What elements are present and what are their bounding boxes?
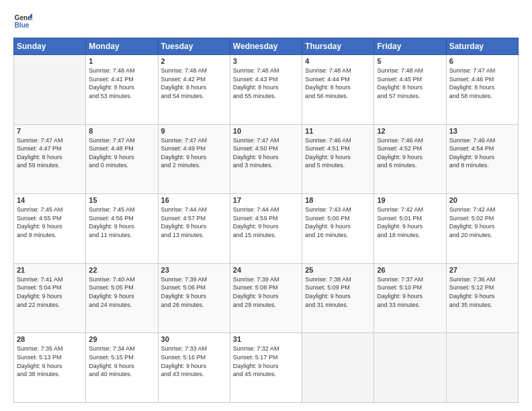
calendar-cell: 25Sunrise: 7:38 AM Sunset: 5:09 PM Dayli… xyxy=(302,263,374,333)
day-info: Sunrise: 7:32 AM Sunset: 5:17 PM Dayligh… xyxy=(233,345,299,378)
day-info: Sunrise: 7:41 AM Sunset: 5:04 PM Dayligh… xyxy=(17,275,83,309)
calendar-week-4: 21Sunrise: 7:41 AM Sunset: 5:04 PM Dayli… xyxy=(14,263,519,333)
calendar-cell: 23Sunrise: 7:39 AM Sunset: 5:06 PM Dayli… xyxy=(158,263,230,333)
day-info: Sunrise: 7:45 AM Sunset: 4:56 PM Dayligh… xyxy=(89,205,154,239)
calendar-cell: 18Sunrise: 7:43 AM Sunset: 5:00 PM Dayli… xyxy=(302,194,374,264)
day-number: 10 xyxy=(233,127,299,135)
header-day-saturday: Saturday xyxy=(446,38,518,55)
day-info: Sunrise: 7:44 AM Sunset: 4:59 PM Dayligh… xyxy=(233,205,299,239)
page: General Blue SundayMondayTuesdayWednesda… xyxy=(0,0,532,411)
calendar-cell: 8Sunrise: 7:47 AM Sunset: 4:48 PM Daylig… xyxy=(86,124,158,194)
header: General Blue xyxy=(13,12,519,31)
day-number: 19 xyxy=(377,196,443,204)
calendar-week-5: 28Sunrise: 7:35 AM Sunset: 5:13 PM Dayli… xyxy=(14,333,519,403)
calendar-cell: 10Sunrise: 7:47 AM Sunset: 4:50 PM Dayli… xyxy=(230,124,302,194)
day-number: 3 xyxy=(233,57,299,65)
day-info: Sunrise: 7:44 AM Sunset: 4:57 PM Dayligh… xyxy=(161,205,227,239)
calendar-cell: 19Sunrise: 7:42 AM Sunset: 5:01 PM Dayli… xyxy=(374,194,446,264)
day-number: 27 xyxy=(449,266,515,274)
day-info: Sunrise: 7:48 AM Sunset: 4:43 PM Dayligh… xyxy=(233,66,299,100)
day-number: 1 xyxy=(89,57,154,65)
calendar-cell: 5Sunrise: 7:48 AM Sunset: 4:45 PM Daylig… xyxy=(374,55,446,125)
day-number: 16 xyxy=(161,196,227,204)
header-day-thursday: Thursday xyxy=(302,38,374,55)
header-day-friday: Friday xyxy=(374,38,446,55)
day-info: Sunrise: 7:37 AM Sunset: 5:10 PM Dayligh… xyxy=(377,275,443,309)
day-number: 23 xyxy=(161,266,227,274)
day-info: Sunrise: 7:47 AM Sunset: 4:47 PM Dayligh… xyxy=(17,136,83,170)
day-number: 28 xyxy=(17,335,83,343)
calendar-week-2: 7Sunrise: 7:47 AM Sunset: 4:47 PM Daylig… xyxy=(14,124,519,194)
calendar-cell: 9Sunrise: 7:47 AM Sunset: 4:49 PM Daylig… xyxy=(158,124,230,194)
day-number: 12 xyxy=(377,127,443,135)
day-info: Sunrise: 7:48 AM Sunset: 4:44 PM Dayligh… xyxy=(305,66,371,100)
header-day-sunday: Sunday xyxy=(14,38,86,55)
calendar-cell: 21Sunrise: 7:41 AM Sunset: 5:04 PM Dayli… xyxy=(14,263,86,333)
calendar-cell: 29Sunrise: 7:34 AM Sunset: 5:15 PM Dayli… xyxy=(86,333,158,403)
day-info: Sunrise: 7:35 AM Sunset: 5:13 PM Dayligh… xyxy=(17,345,83,378)
calendar-cell: 2Sunrise: 7:48 AM Sunset: 4:42 PM Daylig… xyxy=(158,55,230,125)
day-info: Sunrise: 7:42 AM Sunset: 5:01 PM Dayligh… xyxy=(377,205,443,239)
calendar-cell: 24Sunrise: 7:39 AM Sunset: 5:08 PM Dayli… xyxy=(230,263,302,333)
calendar-cell: 28Sunrise: 7:35 AM Sunset: 5:13 PM Dayli… xyxy=(14,333,86,403)
calendar-cell: 27Sunrise: 7:36 AM Sunset: 5:12 PM Dayli… xyxy=(446,263,518,333)
day-number: 25 xyxy=(305,266,371,274)
day-number: 17 xyxy=(233,196,299,204)
day-number: 20 xyxy=(449,196,515,204)
day-info: Sunrise: 7:46 AM Sunset: 4:52 PM Dayligh… xyxy=(377,136,443,170)
day-info: Sunrise: 7:40 AM Sunset: 5:05 PM Dayligh… xyxy=(89,275,154,309)
day-info: Sunrise: 7:33 AM Sunset: 5:16 PM Dayligh… xyxy=(161,345,227,378)
day-number: 14 xyxy=(17,196,83,204)
calendar-cell: 16Sunrise: 7:44 AM Sunset: 4:57 PM Dayli… xyxy=(158,194,230,264)
day-info: Sunrise: 7:34 AM Sunset: 5:15 PM Dayligh… xyxy=(89,345,154,378)
day-info: Sunrise: 7:47 AM Sunset: 4:46 PM Dayligh… xyxy=(449,66,515,100)
calendar-cell xyxy=(446,333,518,403)
day-number: 8 xyxy=(89,127,154,135)
calendar-cell: 12Sunrise: 7:46 AM Sunset: 4:52 PM Dayli… xyxy=(374,124,446,194)
calendar-cell: 3Sunrise: 7:48 AM Sunset: 4:43 PM Daylig… xyxy=(230,55,302,125)
day-number: 4 xyxy=(305,57,371,65)
calendar-cell: 7Sunrise: 7:47 AM Sunset: 4:47 PM Daylig… xyxy=(14,124,86,194)
header-day-monday: Monday xyxy=(86,38,158,55)
day-info: Sunrise: 7:47 AM Sunset: 4:48 PM Dayligh… xyxy=(89,136,154,170)
calendar-cell: 22Sunrise: 7:40 AM Sunset: 5:05 PM Dayli… xyxy=(86,263,158,333)
calendar-header-row: SundayMondayTuesdayWednesdayThursdayFrid… xyxy=(14,38,519,55)
day-number: 15 xyxy=(89,196,154,204)
day-number: 6 xyxy=(449,57,515,65)
day-info: Sunrise: 7:48 AM Sunset: 4:45 PM Dayligh… xyxy=(377,66,443,100)
day-info: Sunrise: 7:43 AM Sunset: 5:00 PM Dayligh… xyxy=(305,205,371,239)
day-info: Sunrise: 7:45 AM Sunset: 4:55 PM Dayligh… xyxy=(17,205,83,239)
day-number: 18 xyxy=(305,196,371,204)
calendar-cell: 1Sunrise: 7:48 AM Sunset: 4:41 PM Daylig… xyxy=(86,55,158,125)
calendar-cell: 14Sunrise: 7:45 AM Sunset: 4:55 PM Dayli… xyxy=(14,194,86,264)
calendar-cell: 13Sunrise: 7:46 AM Sunset: 4:54 PM Dayli… xyxy=(446,124,518,194)
day-info: Sunrise: 7:47 AM Sunset: 4:50 PM Dayligh… xyxy=(233,136,299,170)
day-number: 5 xyxy=(377,57,443,65)
calendar-cell: 31Sunrise: 7:32 AM Sunset: 5:17 PM Dayli… xyxy=(230,333,302,403)
day-info: Sunrise: 7:38 AM Sunset: 5:09 PM Dayligh… xyxy=(305,275,371,309)
calendar-cell xyxy=(14,55,86,125)
calendar-table: SundayMondayTuesdayWednesdayThursdayFrid… xyxy=(13,38,519,403)
logo: General Blue xyxy=(13,12,32,31)
day-info: Sunrise: 7:36 AM Sunset: 5:12 PM Dayligh… xyxy=(449,275,515,309)
day-number: 21 xyxy=(17,266,83,274)
calendar-week-3: 14Sunrise: 7:45 AM Sunset: 4:55 PM Dayli… xyxy=(14,194,519,264)
calendar-cell: 6Sunrise: 7:47 AM Sunset: 4:46 PM Daylig… xyxy=(446,55,518,125)
header-day-wednesday: Wednesday xyxy=(230,38,302,55)
day-info: Sunrise: 7:48 AM Sunset: 4:42 PM Dayligh… xyxy=(161,66,227,100)
day-number: 22 xyxy=(89,266,154,274)
day-number: 31 xyxy=(233,335,299,343)
day-info: Sunrise: 7:46 AM Sunset: 4:54 PM Dayligh… xyxy=(449,136,515,170)
calendar-cell: 17Sunrise: 7:44 AM Sunset: 4:59 PM Dayli… xyxy=(230,194,302,264)
calendar-cell xyxy=(302,333,374,403)
calendar-cell: 4Sunrise: 7:48 AM Sunset: 4:44 PM Daylig… xyxy=(302,55,374,125)
day-number: 30 xyxy=(161,335,227,343)
day-info: Sunrise: 7:47 AM Sunset: 4:49 PM Dayligh… xyxy=(161,136,227,170)
day-number: 13 xyxy=(449,127,515,135)
day-number: 9 xyxy=(161,127,227,135)
calendar-week-1: 1Sunrise: 7:48 AM Sunset: 4:41 PM Daylig… xyxy=(14,55,519,125)
day-info: Sunrise: 7:48 AM Sunset: 4:41 PM Dayligh… xyxy=(89,66,154,100)
header-day-tuesday: Tuesday xyxy=(158,38,230,55)
calendar-cell: 15Sunrise: 7:45 AM Sunset: 4:56 PM Dayli… xyxy=(86,194,158,264)
day-info: Sunrise: 7:39 AM Sunset: 5:06 PM Dayligh… xyxy=(161,275,227,309)
